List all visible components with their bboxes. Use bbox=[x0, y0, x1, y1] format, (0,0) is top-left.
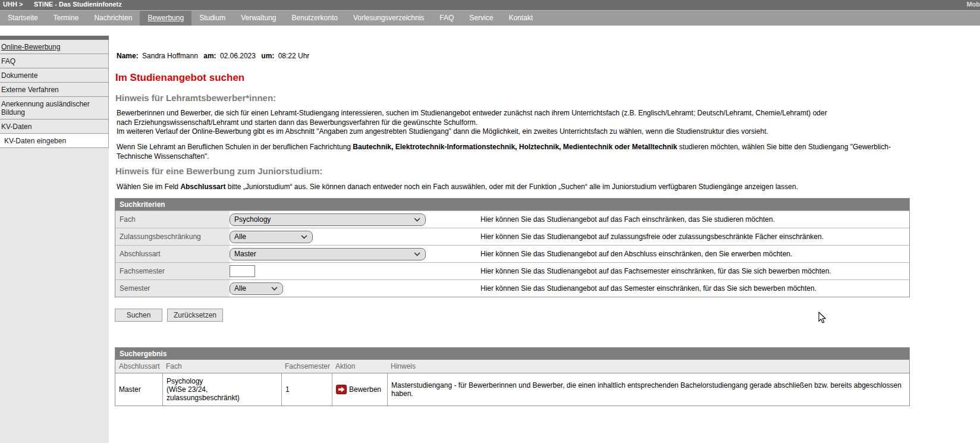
app-title: STiNE - Das Studieninfonetz bbox=[34, 1, 122, 8]
result-row: Master Psychology (WiSe 23/24, zulassung… bbox=[115, 373, 909, 406]
semester-select[interactable]: Alle bbox=[230, 282, 283, 295]
col-fach: Fach bbox=[162, 362, 281, 370]
lehramt-paragraph-2: Wenn Sie Lehramt an Beruflichen Schulen … bbox=[117, 143, 913, 161]
top-header-bar: UHH > STiNE - Das Studieninfonetz Mob bbox=[0, 0, 980, 10]
tab-nachrichten[interactable]: Nachrichten bbox=[86, 11, 140, 26]
search-results-panel: Suchergebnis Abschlussart Fach Fachsemes… bbox=[115, 347, 910, 406]
criteria-row-abschlussart: Abschlussart Master Hier können Sie das … bbox=[115, 245, 909, 262]
lehramt-p2-bold: Bautechnik, Elektrotechnik-Informationst… bbox=[353, 143, 677, 151]
user-name: Sandra Hoffmann bbox=[142, 52, 198, 60]
user-meta-line: Name: Sandra Hoffmann am: 02.06.2023 um:… bbox=[117, 52, 313, 60]
criteria-row-fach: Fach Psychology Hier können Sie das Stud… bbox=[115, 210, 909, 228]
uhh-breadcrumb-link[interactable]: UHH > bbox=[3, 1, 23, 8]
sidebar: Online-Bewerbung FAQ Dokumente Externe V… bbox=[0, 36, 109, 443]
sidebar-item-kv-daten-eingeben[interactable]: KV-Daten eingeben bbox=[0, 134, 108, 148]
sidebar-item-dokumente[interactable]: Dokumente bbox=[0, 68, 108, 83]
result-abschlussart: Master bbox=[115, 373, 162, 406]
sidebar-menu: Online-Bewerbung FAQ Dokumente Externe V… bbox=[0, 40, 109, 148]
lehramt-p1-line2: Im weiteren Verlauf der Online-Bewerbung… bbox=[117, 127, 768, 136]
fach-select[interactable]: Psychology bbox=[230, 213, 426, 226]
abschlussart-hint: Hier können Sie das Studienangebot auf d… bbox=[479, 246, 909, 262]
zulassungsbeschraenkung-hint: Hier können Sie das Studienangebot auf z… bbox=[479, 228, 909, 245]
bewerben-link[interactable]: Bewerben bbox=[349, 385, 381, 394]
sidebar-item-faq[interactable]: FAQ bbox=[0, 54, 108, 68]
fachsemester-hint: Hier können Sie das Studienangebot auf d… bbox=[479, 263, 909, 279]
sidebar-item-kv-daten[interactable]: KV-Daten bbox=[0, 120, 108, 134]
lehramt-heading: Hinweis für Lehramtsbewerber*innen: bbox=[115, 93, 276, 103]
name-label: Name: bbox=[117, 52, 139, 60]
lehramt-p2-part1: Wenn Sie Lehramt an Beruflichen Schulen … bbox=[117, 143, 353, 151]
criteria-row-semester: Semester Alle Hier können Sie das Studie… bbox=[115, 279, 909, 297]
tab-termine[interactable]: Termine bbox=[46, 11, 87, 26]
fachsemester-input[interactable] bbox=[230, 265, 255, 277]
junior-p-part2: bitte „Juniorstudium“ aus. Sie können da… bbox=[225, 183, 798, 191]
date-label: am: bbox=[203, 52, 216, 60]
fach-hint: Hier können Sie das Studienangebot auf d… bbox=[479, 211, 909, 228]
juniorstudium-paragraph: Wählen Sie im Feld Abschlussart bitte „J… bbox=[117, 183, 916, 192]
results-panel-title: Suchergebnis bbox=[115, 348, 909, 360]
col-fachsemester: Fachsemester bbox=[281, 362, 332, 370]
semester-hint: Hier können Sie das Studienangebot auf d… bbox=[479, 280, 909, 297]
abschlussart-select-value: Master bbox=[234, 250, 256, 258]
col-hinweis: Hinweis bbox=[387, 362, 909, 370]
semester-select-value: Alle bbox=[234, 284, 246, 293]
result-hinweis: Masterstudiengang - für Bewerberinnen un… bbox=[387, 373, 909, 406]
chevron-down-icon bbox=[301, 235, 307, 239]
zulassungsbeschraenkung-select-value: Alle bbox=[234, 233, 246, 241]
fach-label: Fach bbox=[115, 211, 230, 228]
zulassungsbeschraenkung-label: Zulassungsbeschränkung bbox=[115, 228, 230, 245]
apply-arrow-icon[interactable] bbox=[336, 385, 347, 394]
col-aktion: Aktion bbox=[332, 362, 387, 370]
tab-vorlesungsverzeichnis[interactable]: Vorlesungsverzeichnis bbox=[345, 11, 432, 26]
semester-label: Semester bbox=[115, 280, 230, 297]
sidebar-header-strip bbox=[0, 36, 109, 40]
junior-p-part1: Wählen Sie im Feld bbox=[117, 183, 180, 191]
tab-faq[interactable]: FAQ bbox=[432, 11, 461, 26]
abschlussart-label: Abschlussart bbox=[115, 246, 230, 262]
abschlussart-select[interactable]: Master bbox=[230, 248, 426, 260]
result-fachsemester: 1 bbox=[281, 373, 332, 406]
sidebar-item-online-bewerbung[interactable]: Online-Bewerbung bbox=[0, 40, 108, 54]
mouse-cursor bbox=[818, 312, 827, 326]
suchen-button[interactable]: Suchen bbox=[115, 309, 162, 322]
criteria-buttons: Suchen Zurücksetzen bbox=[115, 309, 223, 322]
result-aktion: Bewerben bbox=[332, 373, 387, 406]
tab-benutzerkonto[interactable]: Benutzerkonto bbox=[284, 11, 345, 26]
chevron-down-icon bbox=[414, 252, 420, 256]
col-abschlussart: Abschlussart bbox=[115, 362, 162, 370]
criteria-row-zulassungsbeschraenkung: Zulassungsbeschränkung Alle Hier können … bbox=[115, 228, 909, 245]
time-label: um: bbox=[261, 52, 274, 60]
main-nav: Startseite Termine Nachrichten Bewerbung… bbox=[0, 10, 980, 26]
login-time: 08:22 Uhr bbox=[278, 52, 310, 60]
mobile-link[interactable]: Mob bbox=[966, 1, 980, 8]
zulassungsbeschraenkung-select[interactable]: Alle bbox=[230, 231, 313, 243]
login-date: 02.06.2023 bbox=[220, 52, 256, 60]
page-title: Im Studienangebot suchen bbox=[115, 72, 244, 84]
tab-kontakt[interactable]: Kontakt bbox=[501, 11, 541, 26]
criteria-panel-title: Suchkriterien bbox=[115, 199, 909, 210]
lehramt-paragraph-1: Bewerberinnen und Bewerber, die sich für… bbox=[117, 109, 839, 137]
tab-studium[interactable]: Studium bbox=[191, 11, 233, 26]
criteria-row-fachsemester: Fachsemester Hier können Sie das Studien… bbox=[115, 262, 909, 279]
search-criteria-panel: Suchkriterien Fach Psychology Hier könne… bbox=[115, 198, 910, 297]
chevron-down-icon bbox=[271, 287, 278, 291]
juniorstudium-heading: Hinweis für eine Bewerbung zum Juniorstu… bbox=[115, 166, 322, 176]
tab-verwaltung[interactable]: Verwaltung bbox=[233, 11, 284, 26]
result-fach: Psychology (WiSe 23/24, zulassungsbeschr… bbox=[162, 373, 281, 406]
sidebar-item-externe-verfahren[interactable]: Externe Verfahren bbox=[0, 83, 108, 97]
junior-p-bold: Abschlussart bbox=[180, 183, 225, 191]
sidebar-item-anerkennung-auslaendischer-bildung[interactable]: Anerkennung ausländischer Bildung bbox=[0, 97, 108, 120]
fach-select-value: Psychology bbox=[234, 215, 271, 224]
tab-service[interactable]: Service bbox=[461, 11, 501, 26]
lehramt-p1-line1: Bewerberinnen und Bewerber, die sich für… bbox=[117, 109, 827, 127]
tab-startseite[interactable]: Startseite bbox=[0, 11, 46, 26]
chevron-down-icon bbox=[414, 218, 420, 222]
results-column-headers: Abschlussart Fach Fachsemester Aktion Hi… bbox=[115, 360, 909, 373]
fachsemester-label: Fachsemester bbox=[115, 263, 230, 279]
tab-bewerbung[interactable]: Bewerbung bbox=[140, 11, 191, 26]
zuruecksetzen-button[interactable]: Zurücksetzen bbox=[167, 309, 223, 322]
